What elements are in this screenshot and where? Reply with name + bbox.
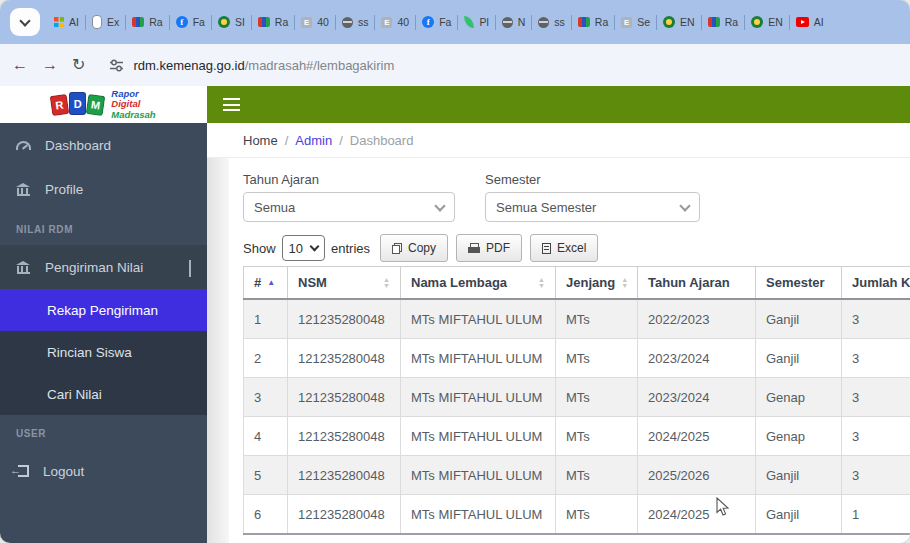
sidebar-item-cari-nilai[interactable]: Cari Nilai: [0, 373, 207, 415]
cell: 121235280048: [288, 417, 401, 456]
browser-tab[interactable]: Ra: [126, 0, 168, 44]
semester-filter: Semester Semua Semester: [485, 172, 700, 222]
forward-button[interactable]: →: [42, 57, 58, 73]
rdm-icon: [708, 17, 720, 27]
logo-letter-d: D: [69, 92, 86, 115]
breadcrumb-admin-link[interactable]: Admin: [295, 133, 332, 148]
cell: 2024/2025: [638, 417, 756, 456]
browser-tab[interactable]: Fa: [170, 0, 211, 44]
address-bar[interactable]: rdm.kemenag.go.id/madrasah#/lembagakirim: [99, 50, 898, 80]
cell: MTs MIFTAHUL ULUM: [401, 456, 556, 495]
browser-tab[interactable]: Se: [615, 0, 656, 44]
excel-button[interactable]: Excel: [530, 234, 598, 262]
tab-search-button[interactable]: [10, 8, 40, 36]
kemenag-icon: [663, 16, 675, 28]
browser-tab[interactable]: EN: [745, 0, 789, 44]
browser-tab[interactable]: 40: [375, 0, 415, 44]
chevron-down-icon: [189, 260, 191, 275]
leaf-icon: [464, 16, 474, 28]
grey-e-icon: [381, 17, 392, 28]
button-label: PDF: [486, 241, 510, 255]
browser-tab-strip: AIExRaFaSIRa40ss40FaPlNssRaSeENRaENAI: [0, 0, 910, 44]
cell: 2: [244, 339, 288, 378]
browser-tab[interactable]: AI: [48, 0, 85, 44]
sidebar-toggle-button[interactable]: [223, 98, 240, 111]
browser-tabs: AIExRaFaSIRa40ss40FaPlNssRaSeENRaENAI: [48, 0, 910, 44]
cell: 121235280048: [288, 339, 401, 378]
browser-tab[interactable]: Ra: [252, 0, 294, 44]
cell: 2023/2024: [638, 378, 756, 417]
tahun-ajaran-select[interactable]: Semua: [243, 192, 455, 222]
cell: Ganjil: [756, 456, 842, 495]
column-header-jumlah-kelas[interactable]: Jumlah Kelas: [842, 267, 910, 300]
semester-select[interactable]: Semua Semester: [485, 192, 700, 222]
cell: MTs MIFTAHUL ULUM: [401, 495, 556, 535]
tab-title: 40: [317, 16, 329, 28]
browser-tab[interactable]: 40: [295, 0, 335, 44]
sidebar-item-label: Cari Nilai: [47, 387, 102, 402]
browser-tab[interactable]: N: [496, 0, 532, 44]
facebook-icon: [176, 16, 188, 28]
cell: Ganjil: [756, 339, 842, 378]
browser-tab[interactable]: Ra: [572, 0, 614, 44]
browser-tab[interactable]: Pl: [458, 0, 494, 44]
column-header-tahun-ajaran[interactable]: Tahun Ajaran: [638, 267, 756, 300]
url-path: /madrasah#/lembagakirim: [245, 58, 395, 73]
sidebar-item-pengiriman-nilai[interactable]: Pengiriman Nilai: [0, 245, 207, 289]
sort-icon: ▲▼: [621, 277, 628, 288]
logout-icon: [18, 465, 29, 477]
sidebar-item-dashboard[interactable]: Dashboard: [0, 123, 207, 167]
entries-per-page-select[interactable]: 10: [282, 235, 325, 261]
browser-tab[interactable]: EN: [657, 0, 701, 44]
sidebar-item-rekap-pengiriman[interactable]: Rekap Pengiriman: [0, 289, 207, 331]
column-header-nsm[interactable]: NSM▲▼: [288, 267, 401, 300]
table-row: 2121235280048MTs MIFTAHUL ULUMMTs2023/20…: [244, 339, 910, 378]
browser-tab[interactable]: ss: [336, 0, 375, 44]
breadcrumb-home[interactable]: Home: [243, 133, 278, 148]
sidebar-item-label: Dashboard: [45, 138, 111, 153]
browser-tab[interactable]: AI: [790, 0, 830, 44]
file-icon: [542, 243, 551, 254]
browser-tab[interactable]: Ex: [86, 0, 125, 44]
browser-tab[interactable]: ss: [532, 0, 571, 44]
tab-title: Fa: [439, 16, 451, 28]
sidebar-item-logout[interactable]: Logout: [0, 449, 207, 493]
copy-button[interactable]: Copy: [380, 234, 448, 262]
cell: 1: [244, 299, 288, 339]
kemenag-icon: [751, 16, 763, 28]
rdm-logo[interactable]: R D M RaporDigitalMadrasah: [0, 86, 207, 123]
column-header-nama-lembaga[interactable]: Nama Lembaga▲▼: [401, 267, 556, 300]
sidebar-item-profile[interactable]: Profile: [0, 167, 207, 211]
tab-title: N: [518, 16, 526, 28]
logo-letter-r: R: [50, 94, 70, 116]
cell: MTs: [556, 299, 638, 339]
pdf-button[interactable]: PDF: [456, 234, 522, 262]
cell: 3: [842, 339, 910, 378]
column-header-semester[interactable]: Semester: [756, 267, 842, 300]
globe-icon: [538, 17, 549, 28]
cell: 1: [842, 495, 910, 535]
chevron-down-icon: [19, 15, 30, 26]
site-settings-icon[interactable]: [109, 58, 124, 73]
browser-tab[interactable]: Fa: [416, 0, 457, 44]
sidebar-item-label: Profile: [45, 182, 83, 197]
column-header--[interactable]: #▲: [244, 267, 288, 300]
sidebar-item-rincian-siswa[interactable]: Rincian Siswa: [0, 331, 207, 373]
grey-e-icon: [301, 17, 312, 28]
column-label: #: [254, 275, 261, 290]
browser-tab[interactable]: Ra: [702, 0, 744, 44]
tahun-ajaran-label: Tahun Ajaran: [243, 172, 455, 187]
cell: MTs MIFTAHUL ULUM: [401, 417, 556, 456]
tab-title: Ra: [275, 16, 288, 28]
browser-tab[interactable]: SI: [212, 0, 251, 44]
reload-button[interactable]: ↻: [72, 57, 85, 73]
cell: MTs: [556, 417, 638, 456]
cell: MTs MIFTAHUL ULUM: [401, 299, 556, 339]
tab-title: ss: [554, 16, 565, 28]
chevron-down-icon: [679, 200, 690, 211]
column-header-jenjang[interactable]: Jenjang▲▼: [556, 267, 638, 300]
back-button[interactable]: ←: [12, 57, 28, 73]
app-header: R D M RaporDigitalMadrasah: [0, 86, 910, 123]
tab-title: SI: [235, 16, 245, 28]
globe-icon: [342, 17, 353, 28]
